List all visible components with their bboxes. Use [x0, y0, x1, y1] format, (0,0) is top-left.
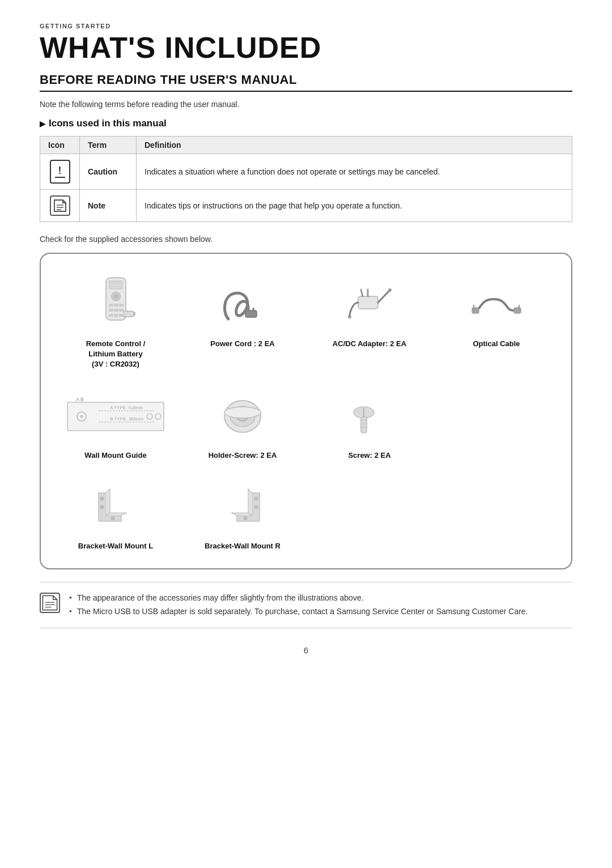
svg-rect-4 [109, 281, 122, 289]
accessories-row-3: Bracket-Wall Mount L Bracket-Wall Mount … [52, 472, 560, 557]
note-term: Note [80, 190, 137, 222]
screw-image [344, 388, 395, 445]
note-item-2: The Micro USB to USB adapter is sold sep… [69, 605, 528, 619]
optical-cable-svg [471, 279, 522, 330]
note-box-icon [40, 593, 60, 615]
bracket-r-label: Bracket-Wall Mount R [205, 541, 280, 551]
accessory-wall-mount-guide: A B A TYPE: 416mm B TYPE: 360mm Wall Mou… [52, 381, 179, 466]
note-item-1: The appearance of the accessories may di… [69, 592, 528, 605]
note-icon-cell [40, 190, 80, 222]
wall-mount-guide-svg: A B A TYPE: 416mm B TYPE: 360mm [65, 394, 167, 439]
remote-svg [100, 276, 131, 333]
accessory-bracket-r: Bracket-Wall Mount R [179, 472, 306, 557]
svg-text:B TYPE: 360mm: B TYPE: 360mm [110, 416, 144, 422]
check-text: Check for the supplied accessories shown… [40, 235, 572, 244]
optical-cable-image [471, 276, 522, 333]
remote-control-image [100, 276, 131, 333]
svg-point-33 [80, 415, 83, 418]
col-term: Term [80, 137, 137, 154]
accessory-acdc-adapter: AC/DC Adapter: 2 EA [306, 270, 433, 376]
note-large-svg [41, 592, 59, 614]
accessory-empty-3 [433, 472, 560, 557]
screw-label: Screw: 2 EA [348, 450, 390, 461]
acdc-adapter-label: AC/DC Adapter: 2 EA [333, 339, 406, 349]
col-definition: Definition [137, 137, 572, 154]
svg-rect-15 [119, 314, 124, 317]
acdc-adapter-image [344, 276, 395, 333]
svg-point-26 [348, 315, 351, 318]
page-title: WHAT'S INCLUDED [40, 33, 572, 62]
svg-text:B: B [80, 397, 84, 402]
power-cord-svg [217, 279, 268, 330]
table-row: Note Indicates tips or instructions on t… [40, 190, 572, 222]
caution-term: Caution [80, 154, 137, 190]
accessories-row-1: Remote Control /Lithium Battery(3V : CR2… [52, 270, 560, 376]
svg-point-57 [244, 517, 247, 520]
svg-text:A TYPE: 416mm: A TYPE: 416mm [110, 405, 143, 410]
bracket-l-label: Bracket-Wall Mount L [78, 541, 153, 551]
svg-point-23 [388, 288, 392, 292]
accessory-power-cord: Power Cord : 2 EA [179, 270, 306, 376]
note-icon [50, 195, 70, 216]
accessories-box: Remote Control /Lithium Battery(3V : CR2… [40, 253, 572, 569]
wall-mount-guide-image: A B A TYPE: 416mm B TYPE: 360mm [65, 388, 167, 445]
wall-mount-guide-label: Wall Mount Guide [84, 450, 146, 461]
svg-rect-8 [114, 304, 118, 307]
svg-rect-18 [245, 310, 257, 317]
svg-point-45 [224, 407, 261, 418]
note-definition: Indicates tips or instructions on the pa… [137, 190, 572, 222]
caution-definition: Indicates a situation where a function d… [137, 154, 572, 190]
svg-line-22 [378, 291, 389, 303]
holder-screw-image [217, 388, 268, 445]
exclamation-mark: ! [58, 165, 62, 176]
accessory-remote-control: Remote Control /Lithium Battery(3V : CR2… [52, 270, 179, 376]
svg-rect-10 [109, 309, 113, 312]
page-number: 6 [40, 645, 572, 655]
svg-rect-16 [124, 311, 134, 317]
svg-point-53 [100, 505, 104, 509]
holder-screw-label: Holder-Screw: 2 EA [209, 450, 277, 461]
accessory-holder-screw: Holder-Screw: 2 EA [179, 381, 306, 466]
svg-point-6 [113, 294, 118, 299]
svg-rect-7 [109, 304, 113, 307]
intro-text: Note the following terms before reading … [40, 100, 572, 109]
optical-cable-label: Optical Cable [473, 339, 520, 349]
svg-point-54 [111, 517, 114, 520]
col-icon: Icon [40, 137, 80, 154]
bracket-r-image [217, 479, 268, 535]
svg-rect-9 [119, 304, 124, 307]
screw-svg [344, 391, 395, 442]
accessory-optical-cable: Optical Cable [433, 270, 560, 376]
caution-icon: ! [50, 160, 70, 184]
svg-point-56 [254, 505, 258, 509]
power-cord-image [217, 276, 268, 333]
acdc-adapter-svg [344, 279, 395, 330]
dash-line [55, 177, 65, 178]
svg-rect-48 [361, 417, 367, 433]
accessories-row-2: A B A TYPE: 416mm B TYPE: 360mm Wall Mou… [52, 381, 560, 466]
table-row: ! Caution Indicates a situation where a … [40, 154, 572, 190]
section-subtitle: BEFORE READING THE USER'S MANUAL [40, 73, 572, 92]
battery-svg [124, 310, 136, 317]
accessory-bracket-l: Bracket-Wall Mount L [52, 472, 179, 557]
svg-rect-13 [109, 314, 113, 317]
remote-control-label: Remote Control /Lithium Battery(3V : CR2… [86, 339, 146, 370]
bracket-l-image [90, 479, 141, 535]
accessory-empty-2 [306, 472, 433, 557]
section-label: GETTING STARTED [40, 23, 572, 29]
icons-table: Icon Term Definition ! Caution Indicates… [40, 136, 572, 222]
accessory-empty [433, 381, 560, 466]
svg-rect-14 [114, 314, 118, 317]
svg-point-52 [100, 497, 104, 500]
svg-point-55 [254, 497, 258, 500]
icons-section-title: Icons used in this manual [40, 118, 572, 129]
accessory-screw: Screw: 2 EA [306, 381, 433, 466]
note-svg [52, 198, 68, 214]
power-cord-label: Power Cord : 2 EA [210, 339, 274, 349]
bracket-l-svg [90, 482, 141, 533]
svg-line-24 [361, 290, 363, 296]
svg-rect-12 [119, 309, 124, 312]
notes-list: The appearance of the accessories may di… [69, 592, 528, 619]
bracket-r-svg [217, 482, 268, 533]
caution-icon-cell: ! [40, 154, 80, 190]
